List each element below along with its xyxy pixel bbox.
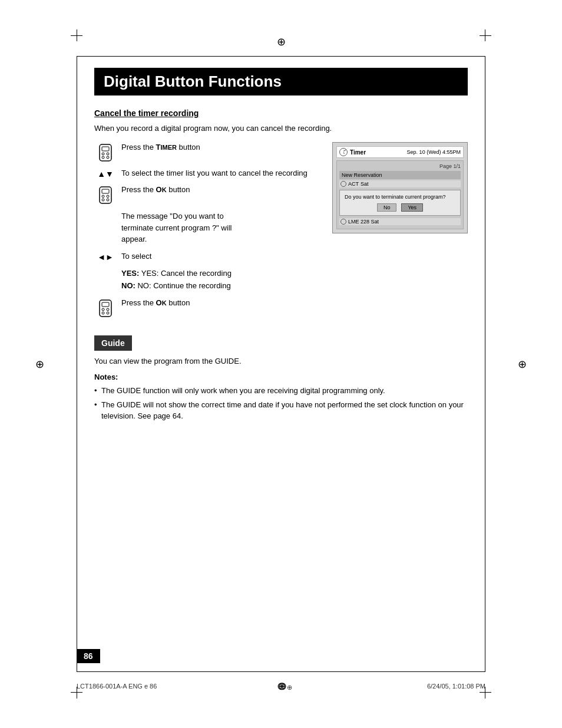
footer-crosshair: ⊕ (278, 680, 292, 693)
step-4: ◄► To select (94, 251, 320, 262)
guide-text: You can view the program from the GUIDE. (94, 357, 468, 365)
dialog-buttons: No Yes (345, 203, 455, 212)
step-5-text: Press the OK button (121, 298, 320, 308)
screenshot-box: Timer Sep. 10 (Wed) 4:55PM Page 1/1 New … (332, 142, 468, 233)
section1-intro: When you record a digital program now, y… (94, 124, 468, 133)
screenshot-header: Timer Sep. 10 (Wed) 4:55PM (336, 146, 464, 158)
step-2-icon: ▲▼ (94, 168, 117, 179)
step-5-icon (94, 298, 117, 318)
crop-mark-tl-v (77, 29, 77, 41)
step-4-icon: ◄► (94, 251, 117, 262)
svg-point-14 (102, 308, 104, 311)
svg-point-9 (107, 195, 109, 197)
guide-section: Guide You can view the program from the … (94, 335, 468, 422)
svg-point-11 (107, 199, 109, 201)
svg-point-17 (107, 312, 109, 314)
svg-rect-13 (102, 302, 109, 307)
svg-point-15 (107, 308, 109, 311)
crosshair-right (518, 358, 527, 371)
footer-left: LCT1866-001A-A ENG e 86 (77, 683, 157, 690)
step-1-text: Press the TIMER button (121, 142, 320, 153)
screenshot-table-header: New Reservation (339, 171, 461, 179)
yes-line: YES: YES: Cancel the recording (121, 268, 320, 280)
sub-message: The message "Do you want toterminate cur… (121, 210, 320, 245)
svg-point-2 (102, 153, 104, 155)
guide-heading: Guide (101, 338, 125, 348)
svg-rect-7 (102, 189, 109, 193)
step-2-text: To select the timer list you want to can… (121, 168, 320, 179)
screenshot-row1-text: ACT (348, 181, 359, 187)
step-2: ▲▼ To select the timer list you want to … (94, 168, 320, 179)
section1-heading: Cancel the timer recording (94, 108, 468, 118)
screenshot-row2-icon (340, 219, 346, 225)
svg-rect-1 (102, 147, 109, 151)
footer-area: LCT1866-001A-A ENG e 86 ⊕ 6/24/05, 1:01:… (77, 680, 485, 693)
screenshot-header-left: Timer (339, 148, 366, 156)
note-item-1: The GUIDE function will only work when y… (94, 385, 468, 397)
screenshot-content: Page 1/1 New Reservation ACT Sat Do y (336, 160, 464, 229)
note-item-2: The GUIDE will not show the correct time… (94, 399, 468, 422)
remote-icon-3 (97, 299, 114, 318)
footer-right: 6/24/05, 1:01:08 PM (427, 683, 485, 690)
screenshot-timer-label: Timer (350, 149, 366, 156)
svg-point-10 (102, 199, 104, 201)
page-number-box: 86 (77, 649, 100, 663)
page-number: 86 (84, 651, 93, 661)
svg-point-3 (107, 153, 109, 155)
step-3-icon (94, 185, 117, 205)
guide-heading-box: Guide (94, 335, 132, 351)
notes-section: Notes: The GUIDE function will only work… (94, 373, 468, 422)
screenshot-row1-icon (340, 181, 346, 187)
dialog-message: Do you want to terminate current program… (345, 194, 455, 200)
screenshot-panel: Timer Sep. 10 (Wed) 4:55PM Page 1/1 New … (332, 142, 468, 324)
step-1-icon (94, 142, 117, 162)
arrow-leftright-icon: ◄► (97, 252, 114, 262)
remote-icon-2 (97, 186, 114, 205)
crop-mark-tr-h (480, 35, 491, 36)
step-1: Press the TIMER button (94, 142, 320, 162)
crop-mark-tr-v (485, 29, 485, 41)
screenshot-date: Sep. 10 (Wed) 4:55PM (407, 149, 461, 155)
svg-point-5 (107, 156, 109, 159)
notes-heading: Notes: (94, 373, 468, 381)
step-3: Press the OK button (94, 185, 320, 205)
crosshair-top (277, 35, 286, 48)
svg-point-16 (102, 312, 104, 314)
no-line: NO: NO: Continue the recording (121, 280, 320, 292)
screenshot-row-1: ACT Sat (339, 180, 461, 187)
dialog-overlay: Do you want to terminate current program… (339, 190, 461, 216)
step-5: Press the OK button (94, 298, 320, 318)
step-3-text: Press the OK button (121, 185, 320, 195)
page-title-box: Digital Button Functions (94, 68, 468, 95)
svg-point-8 (102, 195, 104, 197)
crosshair-left (35, 358, 44, 371)
dialog-no-btn: No (377, 203, 397, 212)
instructions-left: Press the TIMER button ▲▼ To select the … (94, 142, 320, 324)
yes-no-block: YES: YES: Cancel the recording NO: NO: C… (121, 268, 320, 292)
dialog-yes-btn: Yes (401, 203, 423, 212)
page-title: Digital Button Functions (104, 73, 458, 91)
screenshot-row-2: LME 228 Sat (339, 218, 461, 225)
remote-icon-1 (97, 143, 114, 162)
step-4-text: To select (121, 251, 320, 262)
timer-clock-icon (339, 148, 348, 156)
screenshot-page: Page 1/1 (339, 163, 461, 169)
svg-point-4 (102, 156, 104, 159)
arrow-updown-icon: ▲▼ (97, 169, 114, 179)
